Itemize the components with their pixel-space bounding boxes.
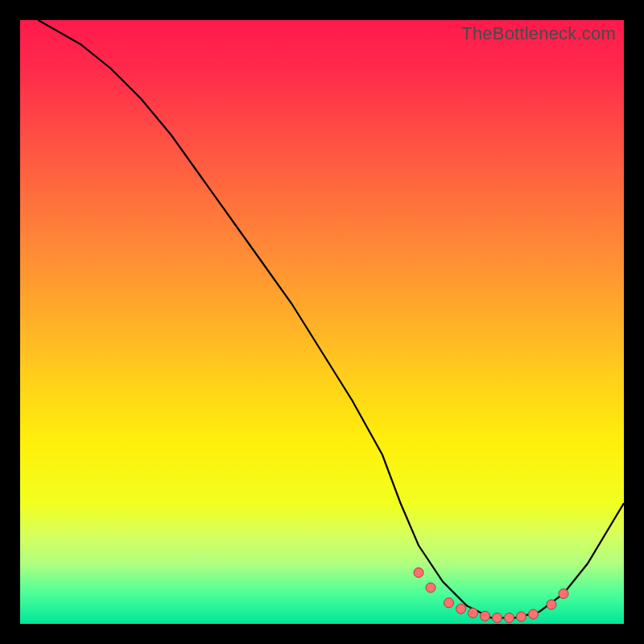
plot-area: TheBottleneck.com [20,20,624,624]
marker-dot [493,613,502,623]
marker-dot [559,589,568,599]
marker-group [414,568,568,622]
marker-dot [426,583,436,592]
marker-dot [414,568,423,577]
chart-overlay [20,20,624,624]
chart-frame: TheBottleneck.com [0,0,644,644]
marker-dot [481,611,490,621]
marker-dot [529,609,539,619]
marker-dot [505,613,514,623]
bottleneck-curve [39,20,625,618]
marker-dot [469,609,478,618]
marker-dot [444,598,454,608]
marker-dot [456,604,466,613]
marker-dot [547,600,556,609]
marker-dot [517,612,526,621]
